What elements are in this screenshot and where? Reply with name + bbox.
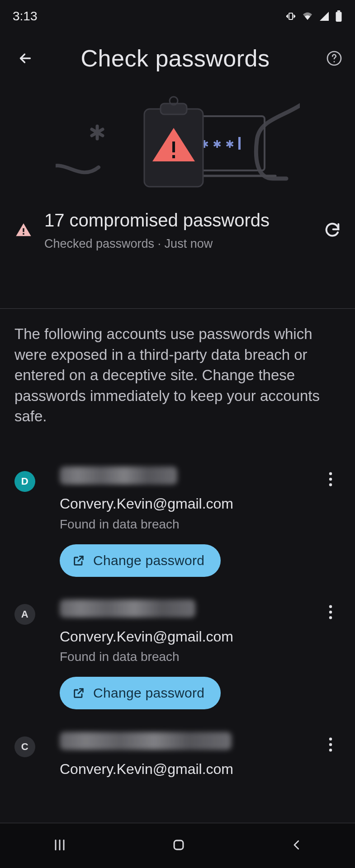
svg-point-28 — [329, 743, 332, 746]
svg-rect-0 — [289, 13, 293, 19]
site-name-redacted — [60, 732, 232, 750]
svg-point-21 — [329, 472, 332, 475]
svg-point-24 — [329, 605, 332, 608]
change-password-button[interactable]: Change password — [60, 677, 221, 709]
warning-icon — [13, 221, 34, 239]
svg-point-27 — [329, 738, 332, 741]
account-email: Convery.Kevin@gmail.com — [60, 760, 321, 779]
more-options-button[interactable] — [321, 599, 341, 625]
change-password-button[interactable]: Change password — [60, 544, 221, 577]
status-right — [285, 10, 342, 22]
svg-point-22 — [329, 478, 332, 481]
svg-rect-19 — [23, 228, 24, 231]
account-item: C Convery.Kevin@gmail.com — [0, 727, 355, 797]
help-icon — [326, 50, 342, 66]
accounts-list: D Convery.Kevin@gmail.com Found in data … — [0, 462, 355, 816]
svg-point-4 — [334, 61, 335, 62]
more-vert-icon — [329, 605, 332, 619]
warning-description: The following accounts use passwords whi… — [14, 324, 341, 427]
summary-block: 17 compromised passwords Checked passwor… — [0, 209, 355, 251]
system-navigation-bar — [0, 823, 355, 868]
recents-icon — [52, 837, 68, 853]
site-name-redacted — [60, 599, 195, 618]
svg-rect-20 — [23, 233, 24, 234]
site-avatar: A — [14, 604, 35, 625]
account-email: Convery.Kevin@gmail.com — [60, 627, 321, 646]
account-email: Convery.Kevin@gmail.com — [60, 495, 321, 514]
open-external-icon — [72, 554, 85, 567]
account-item: A Convery.Kevin@gmail.com Found in data … — [0, 595, 355, 728]
account-status: Found in data breach — [60, 517, 321, 532]
more-vert-icon — [329, 737, 332, 752]
summary-title: 17 compromised passwords — [44, 209, 320, 231]
svg-rect-18 — [172, 155, 175, 158]
hero-illustration: ✱ ✱ ✱ — [0, 90, 355, 194]
home-button[interactable] — [171, 837, 186, 854]
wifi-icon — [302, 11, 313, 22]
svg-text:✱: ✱ — [213, 135, 221, 151]
refresh-button[interactable] — [320, 217, 345, 243]
app-header: Check passwords — [0, 38, 355, 79]
svg-rect-1 — [337, 10, 341, 12]
svg-rect-2 — [336, 12, 342, 22]
site-avatar: C — [14, 736, 35, 757]
help-button[interactable] — [322, 46, 347, 71]
summary-subtitle: Checked passwords · Just now — [44, 237, 320, 251]
section-divider — [0, 308, 355, 309]
nav-back-icon — [290, 837, 303, 853]
svg-rect-17 — [172, 142, 175, 152]
open-external-icon — [72, 687, 85, 699]
vibrate-icon — [285, 11, 296, 22]
nav-back-button[interactable] — [290, 837, 303, 855]
status-bar: 3:13 — [0, 0, 355, 33]
account-status: Found in data breach — [60, 650, 321, 664]
more-options-button[interactable] — [321, 732, 341, 757]
page-title: Check passwords — [29, 45, 322, 72]
svg-rect-13 — [238, 137, 241, 150]
more-options-button[interactable] — [321, 467, 341, 492]
change-password-label: Change password — [93, 553, 204, 568]
site-name-redacted — [60, 467, 177, 485]
svg-point-23 — [329, 483, 332, 486]
svg-point-26 — [329, 616, 332, 619]
svg-point-25 — [329, 610, 332, 613]
svg-point-29 — [329, 749, 332, 751]
signal-icon — [319, 11, 330, 22]
status-clock: 3:13 — [13, 9, 38, 24]
svg-text:✱: ✱ — [226, 135, 234, 151]
more-vert-icon — [329, 472, 332, 486]
change-password-label: Change password — [93, 685, 204, 701]
home-icon — [171, 837, 186, 853]
svg-rect-33 — [175, 840, 184, 849]
account-item: D Convery.Kevin@gmail.com Found in data … — [0, 462, 355, 595]
battery-icon — [335, 10, 342, 22]
recents-button[interactable] — [52, 837, 68, 855]
site-avatar: D — [14, 471, 35, 492]
refresh-icon — [323, 221, 341, 239]
